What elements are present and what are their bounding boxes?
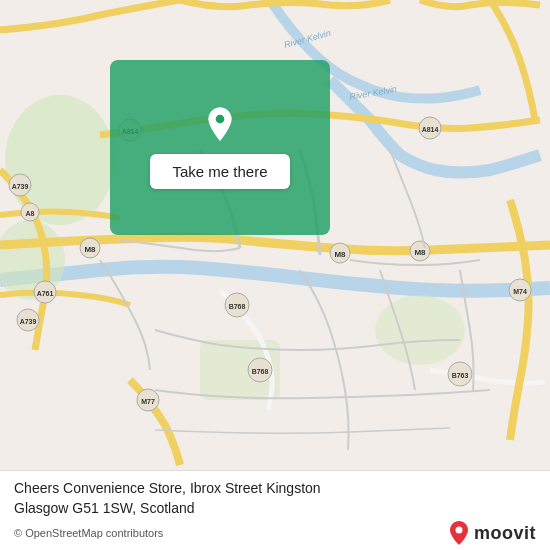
svg-point-4 bbox=[375, 295, 465, 365]
take-me-there-button[interactable]: Take me there bbox=[150, 154, 289, 189]
svg-text:A761: A761 bbox=[37, 290, 54, 297]
svg-text:B768: B768 bbox=[252, 368, 269, 375]
svg-text:B763: B763 bbox=[452, 372, 469, 379]
svg-point-36 bbox=[455, 527, 462, 534]
footer-bottom: © OpenStreetMap contributors moovit bbox=[14, 520, 536, 546]
address-text: Cheers Convenience Store, Ibrox Street K… bbox=[14, 479, 536, 518]
svg-text:M8: M8 bbox=[84, 245, 96, 254]
address-line2: Glasgow G51 1SW, Scotland bbox=[14, 500, 195, 516]
svg-text:M74: M74 bbox=[513, 288, 527, 295]
location-pin-icon bbox=[201, 106, 239, 144]
address-line1: Cheers Convenience Store, Ibrox Street K… bbox=[14, 480, 321, 496]
svg-text:A814: A814 bbox=[422, 126, 439, 133]
map-overlay: Take me there bbox=[110, 60, 330, 235]
svg-text:M8: M8 bbox=[414, 248, 426, 257]
osm-credit: © OpenStreetMap contributors bbox=[14, 527, 163, 539]
moovit-brand-text: moovit bbox=[474, 523, 536, 544]
svg-text:M8: M8 bbox=[334, 250, 346, 259]
moovit-pin-icon bbox=[448, 520, 470, 546]
footer: Cheers Convenience Store, Ibrox Street K… bbox=[0, 470, 550, 550]
svg-text:A739: A739 bbox=[12, 183, 29, 190]
svg-text:A739: A739 bbox=[20, 318, 37, 325]
map-area: M8 M8 M8 A814 A814 A739 A739 A8 A761 B76… bbox=[0, 0, 550, 470]
svg-text:A8: A8 bbox=[26, 210, 35, 217]
svg-point-1 bbox=[5, 95, 115, 225]
svg-text:M77: M77 bbox=[141, 398, 155, 405]
moovit-logo: moovit bbox=[448, 520, 536, 546]
svg-point-35 bbox=[216, 115, 225, 124]
svg-text:B768: B768 bbox=[229, 303, 246, 310]
